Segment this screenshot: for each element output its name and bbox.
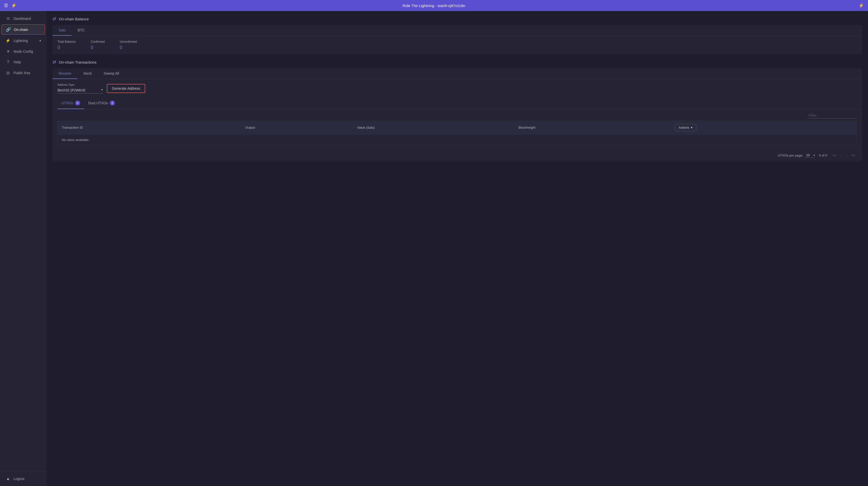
main-content: ⇄ On-chain Balance Sats BTC Total Balanc… [46,11,868,486]
tab-dust-utxos[interactable]: Dust UTXOs 0 [84,97,119,109]
per-page-wrap: UTXOs per page: 10 25 50 ▾ [778,153,815,158]
utxo-tab-label: UTXOs [62,101,73,105]
tab-btc[interactable]: BTC [72,25,91,36]
per-page-select[interactable]: 10 25 50 [805,153,815,158]
sidebar-item-label: Node Config [13,50,33,54]
menu-icon[interactable]: ☰ [4,3,8,8]
tab-utxos[interactable]: UTXOs 0 [58,97,84,109]
transactions-title: On-chain Transactions [59,60,96,64]
topbar-left: ☰ ⚡ [4,3,17,8]
dashboard-icon: ⊙ [5,16,10,21]
sidebar-item-label: Public Key [13,71,30,75]
balance-title: On-chain Balance [59,17,89,21]
balance-tab-bar: Sats BTC [53,25,862,36]
help-icon: ? [5,60,10,64]
main-layout: ⊙ Dashboard 🔗 On-chain ⚡ Lightning ▾ ✕ N… [0,11,868,486]
balance-card: Sats BTC Total Balance 0 Confirmed 0 Unc… [53,25,862,54]
transactions-card: Receive Send Sweep All Address Type Bech… [53,68,862,161]
tab-sats[interactable]: Sats [53,25,72,36]
balance-area: Total Balance 0 Confirmed 0 Unconfirmed … [53,36,862,54]
col-blockheight: Blockheight [515,121,671,134]
actions-dropdown-icon: ▾ [691,126,692,129]
tab-sweep-all[interactable]: Sweep All [97,68,125,79]
bolt-icon[interactable]: ⚡ [11,3,17,8]
last-page-button[interactable]: ⏭ [850,152,857,158]
sidebar: ⊙ Dashboard 🔗 On-chain ⚡ Lightning ▾ ✕ N… [0,11,46,486]
topbar-right: ⚡ [859,3,864,8]
utxo-tab-bar: UTXOs 0 Dust UTXOs 0 [53,97,862,109]
lightning-icon: ⚡ [5,38,10,43]
total-balance: Total Balance 0 [58,40,75,50]
topbar: ☰ ⚡ Ride The Lightning - start9-sj97o2c8… [0,0,868,11]
address-type-select-wrap: Address Type Bech32 (P2WKH) P2SH-P2WPKH … [58,83,103,93]
prev-page-button[interactable]: ‹ [839,152,843,158]
address-type-select[interactable]: Bech32 (P2WKH) P2SH-P2WPKH P2PKH [58,87,103,93]
app-icon[interactable]: ⚡ [859,3,864,8]
actions-button[interactable]: Actions ▾ [675,124,696,131]
total-balance-value: 0 [58,45,60,50]
sidebar-item-label: Help [13,60,21,64]
transactions-icon: ⇄ [53,59,56,65]
chevron-down-icon: ▾ [39,39,41,42]
tx-tab-bar: Receive Send Sweep All [53,68,862,79]
confirmed-balance: Confirmed 0 [91,40,104,50]
sidebar-item-node-config[interactable]: ✕ Node Config [1,47,45,56]
topbar-title: Ride The Lightning - start9-sj97o2c8n [403,3,465,8]
transactions-section-header: ⇄ On-chain Transactions [53,59,862,65]
total-balance-label: Total Balance [58,40,75,43]
balance-section-header: ⇄ On-chain Balance [53,16,862,22]
filter-row [53,109,862,121]
sidebar-footer: ▲ Logout [0,471,46,486]
pagination-row: UTXOs per page: 10 25 50 ▾ 0 of 0 ⏮ ‹ › … [53,150,862,161]
table-row: No utxos available. [58,134,857,146]
generate-address-button[interactable]: Generate Address [107,84,145,93]
unconfirmed-label: Unconfirmed [120,40,137,43]
actions-label: Actions [679,126,689,129]
page-info: 0 of 0 [819,154,827,157]
confirmed-value: 0 [91,45,93,50]
sidebar-item-label: Dashboard [13,17,31,21]
first-page-button[interactable]: ⏮ [831,152,838,158]
per-page-label: UTXOs per page: [778,154,803,157]
col-output: Output [241,121,353,134]
pagination-buttons: ⏮ ‹ › ⏭ [831,152,857,158]
public-key-icon: ◎ [5,70,10,75]
tab-send[interactable]: Send [78,68,98,79]
sidebar-item-lightning[interactable]: ⚡ Lightning ▾ [1,36,45,45]
table-header-row: Transaction ID Output Value (Sats) Block… [58,121,857,134]
sidebar-item-dashboard[interactable]: ⊙ Dashboard [1,13,45,23]
tab-receive[interactable]: Receive [53,68,78,79]
logout-icon: ▲ [5,477,10,481]
confirmed-label: Confirmed [91,40,104,43]
dust-utxo-tab-label: Dust UTXOs [88,101,108,105]
dust-utxo-count-badge: 0 [110,100,115,105]
filter-input[interactable] [807,112,857,119]
sidebar-item-logout[interactable]: ▲ Logout [1,474,45,484]
on-chain-icon: 🔗 [6,27,11,32]
col-transaction-id: Transaction ID [58,121,241,134]
sidebar-item-on-chain[interactable]: 🔗 On-chain [1,24,45,35]
sidebar-item-help[interactable]: ? Help [1,57,45,67]
sidebar-item-label: On-chain [14,28,28,32]
balance-icon: ⇄ [53,16,56,22]
sidebar-item-label: Lightning [13,39,28,43]
address-row: Address Type Bech32 (P2WKH) P2SH-P2WPKH … [53,79,862,97]
node-config-icon: ✕ [5,49,10,54]
col-value: Value (Sats) [353,121,515,134]
sidebar-item-label: Logout [13,477,24,481]
unconfirmed-balance: Unconfirmed 0 [120,40,137,50]
utxo-count-badge: 0 [75,100,80,105]
unconfirmed-value: 0 [120,45,122,50]
address-type-label: Address Type [58,83,103,86]
table-wrap: Transaction ID Output Value (Sats) Block… [53,121,862,150]
empty-message: No utxos available. [58,134,857,146]
sidebar-item-public-key[interactable]: ◎ Public Key [1,68,45,78]
utxo-table: Transaction ID Output Value (Sats) Block… [58,121,857,146]
col-actions: Actions ▾ [671,121,857,134]
next-page-button[interactable]: › [845,152,849,158]
